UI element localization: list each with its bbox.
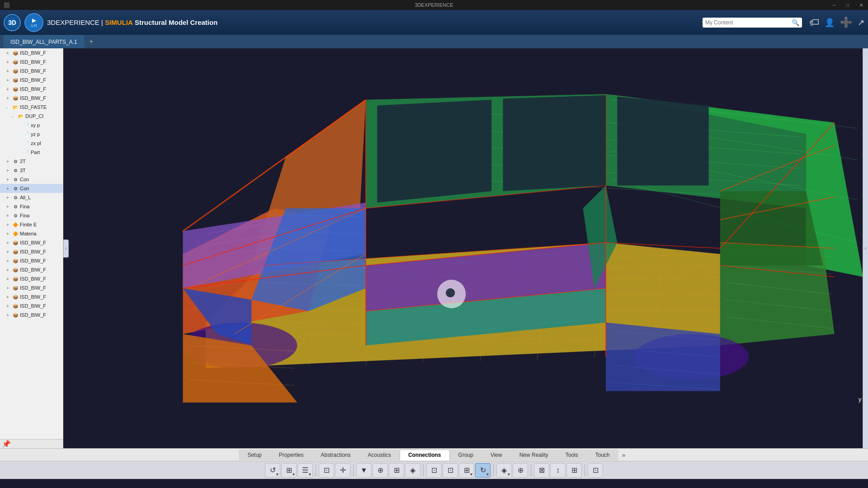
tree-item-n27[interactable]: + 📦 ISD_BIW_F: [0, 283, 63, 292]
tree-expand-icon[interactable]: +: [6, 213, 12, 218]
tree-expand-icon[interactable]: +: [6, 69, 12, 74]
bottom-tab-properties[interactable]: Properties: [270, 450, 312, 460]
tree-item-n4[interactable]: + 📦 ISD_BIW_F: [0, 75, 63, 84]
bottom-tabs-more[interactable]: »: [618, 450, 629, 460]
panel-collapse-button[interactable]: ‹: [63, 239, 69, 258]
toolbar-btn-filter3[interactable]: ⊞: [389, 463, 404, 478]
tree-pin-icon[interactable]: 📌: [2, 440, 11, 448]
tree-expand-icon[interactable]: +: [6, 231, 12, 236]
tree-expand-icon[interactable]: +: [6, 222, 12, 227]
tree-item-n23[interactable]: + 📦 ISD_BIW_F: [0, 247, 63, 256]
bottom-tab-setup[interactable]: Setup: [239, 450, 270, 460]
tree-item-n28[interactable]: + 📦 ISD_BIW_F: [0, 292, 63, 301]
tree-expand-icon[interactable]: +: [6, 168, 12, 173]
tree-expand-icon[interactable]: +: [6, 60, 12, 65]
bottom-tab-acoustics[interactable]: Acoustics: [359, 450, 400, 460]
tree-item-n24[interactable]: + 📦 ISD_BIW_F: [0, 256, 63, 265]
tree-item-n21[interactable]: + 🔶 Materia: [0, 229, 63, 238]
bottom-tab-new_reality[interactable]: New Reality: [511, 450, 557, 460]
tree-item-n26[interactable]: + 📦 ISD_BIW_F: [0, 274, 63, 283]
toolbar-btn-view_mode[interactable]: ⊞▼: [459, 463, 474, 478]
tree-item-n20[interactable]: + 🔶 Finite E: [0, 220, 63, 229]
viewport[interactable]: x y z: [63, 48, 863, 448]
tree-expand-icon[interactable]: +: [6, 204, 12, 209]
tree-expand-icon[interactable]: +: [6, 96, 12, 101]
tree-item-n11[interactable]: 📄 zx pl: [0, 139, 63, 148]
tree-expand-icon[interactable]: -: [12, 114, 17, 119]
toolbar-btn-filter2[interactable]: ⊕: [373, 463, 388, 478]
tree-item-n6[interactable]: + 📦 ISD_BIW_F: [0, 94, 63, 103]
tree-expand-icon[interactable]: +: [6, 286, 12, 291]
toolbar-btn-move[interactable]: ✛: [335, 463, 350, 478]
toolbar-btn-select[interactable]: ⊡: [319, 463, 334, 478]
tree-expand-icon[interactable]: +: [6, 313, 12, 318]
tree-item-n9[interactable]: 📄 xy p: [0, 121, 63, 130]
tree-item-n29[interactable]: + 📦 ISD_BIW_F: [0, 301, 63, 310]
tree-expand-icon[interactable]: +: [6, 51, 12, 56]
tree-expand-icon[interactable]: +: [6, 78, 12, 83]
tree-expand-icon[interactable]: +: [6, 249, 12, 254]
tab-isd[interactable]: ISD_BIW_ALL_PARTS_A.1: [4, 35, 84, 48]
tree-item-n22[interactable]: + 📦 ISD_BIW_F: [0, 238, 63, 247]
tree-expand-icon[interactable]: +: [6, 159, 12, 164]
tree-expand-icon[interactable]: +: [6, 258, 12, 263]
tab-add-button[interactable]: +: [86, 36, 97, 47]
search-icon[interactable]: 🔍: [792, 19, 799, 26]
tree-item-n1[interactable]: + 📦 ISD_BIW_F: [0, 48, 63, 57]
toolbar-btn-snap[interactable]: ⊞▼: [281, 463, 297, 478]
bottom-tab-view[interactable]: View: [482, 450, 511, 460]
search-bar[interactable]: 🔍: [703, 18, 802, 28]
tree-item-n30[interactable]: + 📦 ISD_BIW_F: [0, 310, 63, 319]
toolbar-btn-mesh2[interactable]: ⊕: [513, 463, 528, 478]
tree-expand-icon[interactable]: +: [6, 304, 12, 309]
minimize-button[interactable]: ─: [827, 0, 841, 10]
car-3d-view[interactable]: x y z: [63, 48, 863, 448]
bottom-tab-tools[interactable]: Tools: [557, 450, 587, 460]
tree-item-n13[interactable]: + ⚙ 2T: [0, 157, 63, 166]
tree-item-n16[interactable]: + ⚙ Con: [0, 184, 63, 193]
tree-item-n19[interactable]: + ⚙ Fina: [0, 211, 63, 220]
tree-item-n18[interactable]: + ⚙ Fina: [0, 202, 63, 211]
tree-expand-icon[interactable]: +: [6, 87, 12, 92]
search-input[interactable]: [705, 19, 792, 26]
tree-expand-icon[interactable]: +: [6, 267, 12, 272]
bottom-tab-connections[interactable]: Connections: [400, 450, 450, 460]
right-panel-collapse[interactable]: ›: [863, 48, 868, 448]
toolbar-btn-undo[interactable]: ↺▼: [265, 463, 280, 478]
maximize-button[interactable]: □: [841, 0, 854, 10]
tree-item-n7[interactable]: - 📂 ISD_FASTE: [0, 103, 63, 112]
tree-item-n17[interactable]: + ⚙ All_L: [0, 193, 63, 202]
tree-item-n3[interactable]: + 📦 ISD_BIW_F: [0, 66, 63, 75]
tree-item-n8[interactable]: - 📂 DUP_CI: [0, 112, 63, 121]
tree-item-n25[interactable]: + 📦 ISD_BIW_F: [0, 265, 63, 274]
play-button[interactable]: ▶ V.R: [24, 13, 43, 32]
tree-item-n15[interactable]: + ⚙ Con: [0, 175, 63, 184]
toolbar-btn-filter1[interactable]: ▼: [356, 463, 372, 478]
tree-expand-icon[interactable]: -: [6, 105, 12, 110]
tree-expand-icon[interactable]: +: [6, 295, 12, 300]
toolbar-btn-zoom_area[interactable]: ⊡: [443, 463, 458, 478]
tree-expand-icon[interactable]: +: [6, 195, 12, 200]
tree-expand-icon[interactable]: +: [6, 177, 12, 182]
bottom-tab-touch[interactable]: Touch: [587, 450, 618, 460]
share-icon[interactable]: ↗: [858, 18, 864, 28]
bottom-tab-group[interactable]: Group: [450, 450, 482, 460]
compass-logo[interactable]: 3D: [4, 14, 21, 31]
tree-item-n12[interactable]: 📄 Part: [0, 148, 63, 157]
tree-item-n10[interactable]: 📄 yz p: [0, 130, 63, 139]
user-icon[interactable]: 👤: [825, 18, 835, 28]
bottom-tab-abstractions[interactable]: Abstractions: [312, 450, 359, 460]
toolbar-btn-display[interactable]: ☰▼: [297, 463, 313, 478]
toolbar-btn-mesh1[interactable]: ◈▼: [496, 463, 512, 478]
tree-item-n5[interactable]: + 📦 ISD_BIW_F: [0, 84, 63, 94]
tree-expand-icon[interactable]: +: [6, 186, 12, 191]
tree-expand-icon[interactable]: +: [6, 277, 12, 282]
toolbar-btn-annotate[interactable]: ⊞: [566, 463, 582, 478]
add-icon[interactable]: ➕: [840, 17, 852, 28]
close-button[interactable]: ✕: [854, 0, 868, 10]
toolbar-btn-filter4[interactable]: ◈: [405, 463, 420, 478]
tree-item-n14[interactable]: + ⚙ 3T: [0, 166, 63, 175]
toolbar-btn-rotate[interactable]: ↻▼: [475, 463, 491, 478]
toolbar-btn-zoom_fit[interactable]: ⊡: [426, 463, 442, 478]
tag-icon[interactable]: 🏷: [809, 17, 819, 28]
